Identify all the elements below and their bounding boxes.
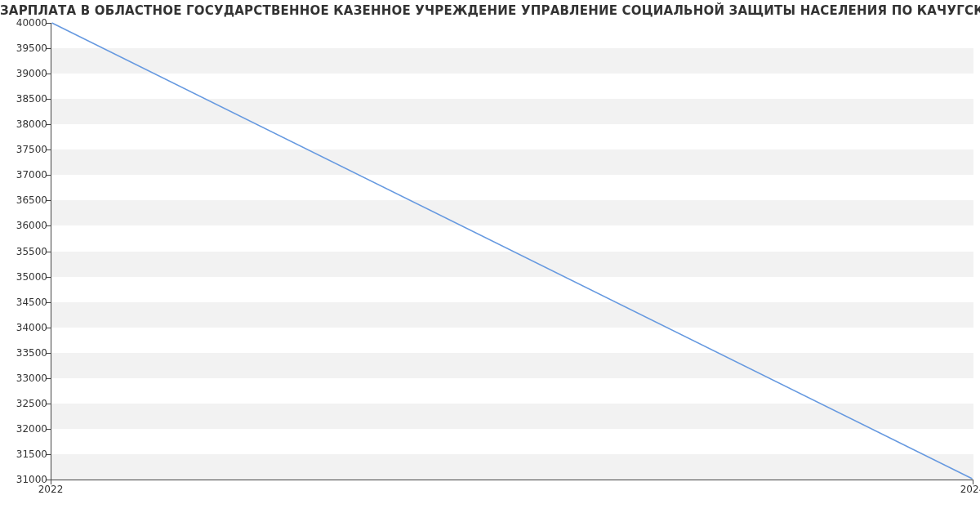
x-tick-label: 2024 xyxy=(960,484,980,495)
y-tick-label: 36000 xyxy=(3,220,47,231)
y-tick-mark xyxy=(47,429,51,430)
y-tick-mark xyxy=(47,302,51,303)
y-tick-mark xyxy=(47,225,51,226)
y-tick-label: 34000 xyxy=(3,322,47,333)
y-tick-mark xyxy=(47,124,51,125)
y-tick-mark xyxy=(47,378,51,379)
y-tick-label: 35000 xyxy=(3,271,47,283)
y-tick-label: 33500 xyxy=(3,347,47,359)
y-tick-mark xyxy=(47,149,51,150)
y-tick-label: 31500 xyxy=(3,448,47,460)
x-tick-label: 2022 xyxy=(38,484,64,495)
salary-line-chart: ЗАРПЛАТА В ОБЛАСТНОЕ ГОСУДАРСТВЕННОЕ КАЗ… xyxy=(0,0,980,531)
x-tick-mark xyxy=(973,480,973,484)
y-tick-label: 38000 xyxy=(3,118,47,130)
line-layer xyxy=(51,23,973,480)
series-line-salary xyxy=(52,23,973,479)
chart-title: ЗАРПЛАТА В ОБЛАСТНОЕ ГОСУДАРСТВЕННОЕ КАЗ… xyxy=(0,3,980,18)
y-tick-label: 40000 xyxy=(3,17,47,29)
y-tick-label: 32500 xyxy=(3,398,47,409)
y-tick-mark xyxy=(47,48,51,49)
y-tick-mark xyxy=(47,23,51,24)
y-tick-label: 38500 xyxy=(3,93,47,105)
plot-area xyxy=(51,23,973,480)
x-tick-mark xyxy=(51,480,51,484)
y-tick-mark xyxy=(47,328,51,328)
y-tick-mark xyxy=(47,200,51,201)
y-tick-mark xyxy=(47,74,51,74)
y-tick-label: 37500 xyxy=(3,144,47,155)
y-tick-label: 35500 xyxy=(3,246,47,257)
y-tick-label: 37000 xyxy=(3,169,47,181)
y-tick-mark xyxy=(47,99,51,100)
y-tick-mark xyxy=(47,404,51,404)
y-tick-label: 33000 xyxy=(3,373,47,384)
y-tick-label: 36500 xyxy=(3,194,47,206)
y-tick-label: 39500 xyxy=(3,42,47,54)
y-tick-mark xyxy=(47,252,51,252)
y-tick-mark xyxy=(47,353,51,354)
y-tick-label: 39000 xyxy=(3,68,47,79)
y-tick-label: 32000 xyxy=(3,423,47,435)
y-tick-label: 34500 xyxy=(3,297,47,308)
y-tick-mark xyxy=(47,175,51,176)
y-tick-mark xyxy=(47,454,51,455)
y-tick-mark xyxy=(47,277,51,278)
